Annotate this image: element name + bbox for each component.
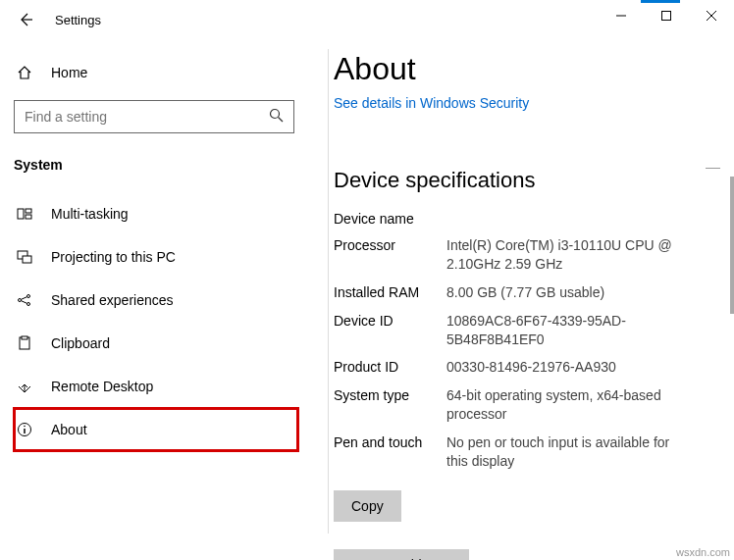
security-link[interactable]: See details in Windows Security bbox=[334, 95, 529, 111]
device-name-label: Device name bbox=[334, 211, 710, 227]
systype-value: 64-bit operating system, x64-based proce… bbox=[446, 386, 672, 424]
about-icon bbox=[16, 422, 33, 437]
scrollbar-thumb[interactable] bbox=[730, 177, 734, 314]
search-input[interactable] bbox=[25, 109, 269, 125]
ram-value: 8.00 GB (7.77 GB usable) bbox=[446, 283, 604, 302]
sidebar-group-system: System bbox=[14, 157, 314, 173]
svg-line-6 bbox=[279, 118, 284, 123]
watermark: wsxdn.com bbox=[676, 546, 730, 558]
systype-label: System type bbox=[334, 386, 446, 424]
svg-rect-7 bbox=[18, 209, 24, 219]
productid-value: 00330-81496-21976-AA930 bbox=[446, 358, 616, 377]
copy-button[interactable]: Copy bbox=[334, 490, 401, 522]
remote-icon bbox=[16, 379, 33, 394]
scroll-track-top bbox=[706, 168, 720, 169]
svg-rect-8 bbox=[26, 209, 31, 213]
ram-label: Installed RAM bbox=[334, 283, 446, 302]
shared-icon bbox=[16, 292, 33, 308]
window-title: Settings bbox=[55, 13, 101, 27]
home-label: Home bbox=[51, 65, 87, 80]
svg-point-5 bbox=[271, 110, 280, 119]
sidebar-item-projecting[interactable]: Projecting to this PC bbox=[14, 235, 314, 279]
svg-rect-18 bbox=[22, 336, 27, 339]
sidebar-item-shared[interactable]: Shared experiences bbox=[14, 279, 314, 322]
nav-label: Shared experiences bbox=[51, 292, 174, 308]
home-nav[interactable]: Home bbox=[14, 59, 314, 86]
search-box[interactable] bbox=[14, 100, 294, 133]
projecting-icon bbox=[16, 249, 33, 265]
close-button[interactable] bbox=[689, 0, 734, 31]
svg-line-15 bbox=[22, 297, 27, 300]
sidebar-item-multitasking[interactable]: Multi-tasking bbox=[14, 192, 314, 235]
clipboard-icon bbox=[16, 335, 33, 351]
sidebar: Home System Multi-tasking Projecting to … bbox=[0, 39, 314, 560]
svg-point-21 bbox=[24, 426, 26, 428]
svg-rect-11 bbox=[23, 256, 31, 263]
back-button[interactable] bbox=[14, 8, 37, 31]
search-icon bbox=[269, 108, 284, 126]
main-panel: About See details in Windows Security De… bbox=[314, 39, 734, 560]
page-title: About bbox=[334, 51, 710, 87]
nav-label: Multi-tasking bbox=[51, 206, 129, 222]
processor-label: Processor bbox=[334, 236, 446, 274]
svg-point-12 bbox=[19, 299, 22, 302]
nav-label: Remote Desktop bbox=[51, 379, 153, 394]
svg-point-14 bbox=[27, 303, 30, 306]
home-icon bbox=[16, 65, 33, 80]
svg-line-16 bbox=[22, 301, 27, 304]
sidebar-item-remote[interactable]: Remote Desktop bbox=[14, 365, 314, 408]
maximize-button[interactable] bbox=[644, 0, 689, 31]
deviceid-label: Device ID bbox=[334, 312, 446, 349]
processor-value: Intel(R) Core(TM) i3-10110U CPU @ 2.10GH… bbox=[446, 236, 672, 274]
minimize-button[interactable] bbox=[599, 0, 644, 31]
pen-label: Pen and touch bbox=[334, 433, 446, 471]
nav-label: About bbox=[51, 422, 87, 437]
multitasking-icon bbox=[16, 206, 33, 222]
nav-label: Clipboard bbox=[51, 335, 110, 351]
deviceid-value: 10869AC8-6F67-4339-95AD-5B48F8B41EF0 bbox=[446, 312, 672, 349]
section-heading: Device specifications bbox=[334, 168, 710, 193]
svg-point-13 bbox=[27, 295, 30, 298]
svg-rect-2 bbox=[662, 12, 671, 21]
productid-label: Product ID bbox=[334, 358, 446, 377]
nav-label: Projecting to this PC bbox=[51, 249, 176, 265]
sidebar-item-about[interactable]: About bbox=[14, 408, 298, 451]
svg-rect-9 bbox=[26, 215, 31, 219]
pen-value: No pen or touch input is available for t… bbox=[446, 433, 672, 471]
rename-button[interactable]: Rename this PC bbox=[334, 549, 469, 560]
sidebar-item-clipboard[interactable]: Clipboard bbox=[14, 322, 314, 365]
